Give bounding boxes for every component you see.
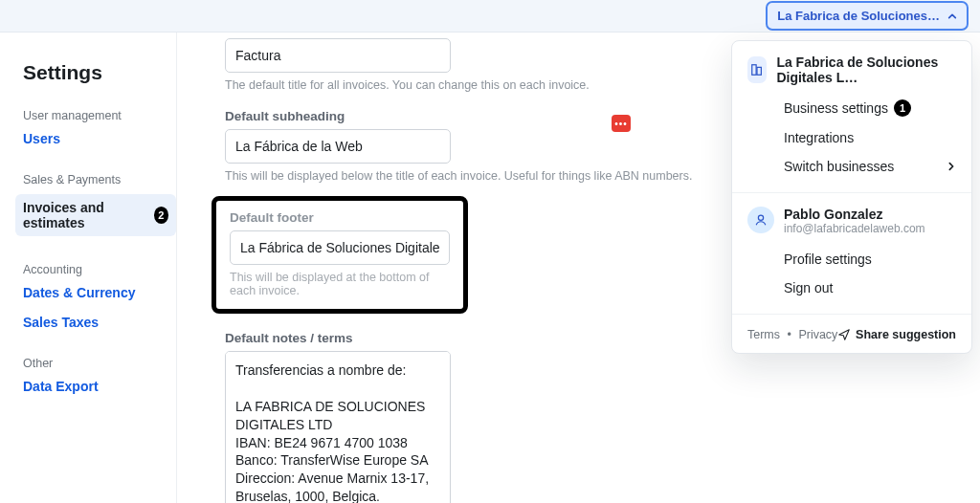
dropdown-privacy-link[interactable]: Privacy	[798, 328, 837, 341]
dropdown-item-business-settings[interactable]: Business settings 1	[784, 93, 956, 123]
default-footer-label: Default footer	[230, 210, 450, 225]
dropdown-footer-links: Terms • Privacy	[747, 328, 837, 341]
default-footer-helper: This will be displayed at the bottom of …	[230, 271, 450, 297]
dropdown-item-label: Profile settings	[784, 252, 872, 267]
chevron-right-icon	[947, 162, 956, 171]
dropdown-item-label: Integrations	[784, 130, 854, 145]
dropdown-user-email: info@lafabricadelaweb.com	[784, 222, 925, 235]
dropdown-item-label: Switch businesses	[784, 159, 894, 174]
chevron-up-icon	[947, 11, 957, 21]
user-avatar-icon	[747, 207, 774, 233]
default-title-input[interactable]	[225, 38, 451, 73]
dropdown-item-label: Sign out	[784, 280, 833, 295]
account-dropdown: La Fabrica de Soluciones Digitales L… Bu…	[731, 40, 972, 354]
sidebar-item-label: Users	[23, 131, 60, 146]
svg-rect-1	[757, 67, 761, 75]
dropdown-terms-link[interactable]: Terms	[747, 328, 780, 341]
org-switch-button[interactable]: La Fabrica de Soluciones…	[766, 1, 969, 31]
sidebar-item-users[interactable]: Users	[23, 131, 60, 146]
dropdown-user-row: Pablo Gonzalez info@lafabricadelaweb.com	[747, 207, 956, 235]
sidebar-item-label: Sales Taxes	[23, 315, 99, 330]
password-extension-icon[interactable]: •••	[612, 115, 631, 132]
sidebar-item-dates-currency[interactable]: Dates & Currency	[23, 285, 136, 300]
nav-group-other: Other	[23, 357, 176, 370]
step-badge-1: 1	[894, 99, 911, 117]
page-title: Settings	[23, 61, 176, 84]
dropdown-item-label: Business settings	[784, 100, 888, 116]
dropdown-user-name: Pablo Gonzalez	[784, 207, 925, 222]
settings-sidebar: Settings User management Users Sales & P…	[0, 33, 177, 503]
svg-rect-0	[752, 65, 756, 76]
sidebar-item-data-export[interactable]: Data Export	[23, 379, 99, 394]
org-switch-label: La Fabrica de Soluciones…	[777, 9, 940, 23]
sidebar-item-invoices-estimates[interactable]: Invoices and estimates 2	[15, 194, 176, 236]
send-icon	[838, 329, 850, 340]
dropdown-item-sign-out[interactable]: Sign out	[784, 273, 956, 302]
step-badge-2: 2	[154, 207, 168, 224]
default-subheading-helper: This will be displayed below the title o…	[225, 169, 723, 183]
dropdown-org-name: La Fabrica de Soluciones Digitales L…	[776, 55, 956, 85]
dropdown-item-integrations[interactable]: Integrations	[784, 123, 956, 152]
nav-group-accounting: Accounting	[23, 263, 176, 276]
nav-group-sales: Sales & Payments	[23, 173, 176, 186]
dropdown-item-switch-businesses[interactable]: Switch businesses	[784, 152, 956, 181]
sidebar-item-sales-taxes[interactable]: Sales Taxes	[23, 315, 99, 330]
dropdown-item-label: Share suggestion	[856, 328, 956, 341]
topbar: La Fabrica de Soluciones…	[0, 0, 980, 33]
building-icon	[747, 56, 767, 83]
dropdown-share-suggestion[interactable]: Share suggestion	[838, 328, 956, 341]
dropdown-item-profile-settings[interactable]: Profile settings	[784, 245, 956, 273]
nav-group-user-mgmt: User management	[23, 109, 176, 122]
default-footer-highlight: Default footer This will be displayed at…	[212, 196, 468, 314]
default-footer-input[interactable]	[230, 230, 450, 265]
default-title-helper: The default title for all invoices. You …	[225, 78, 723, 92]
default-notes-textarea[interactable]	[225, 351, 451, 503]
sidebar-item-label: Invoices and estimates	[23, 200, 148, 230]
dropdown-org-row: La Fabrica de Soluciones Digitales L…	[747, 55, 956, 85]
sidebar-item-label: Data Export	[23, 379, 99, 394]
sidebar-item-label: Dates & Currency	[23, 285, 136, 300]
default-subheading-input[interactable]	[225, 129, 451, 164]
svg-point-2	[758, 215, 763, 220]
